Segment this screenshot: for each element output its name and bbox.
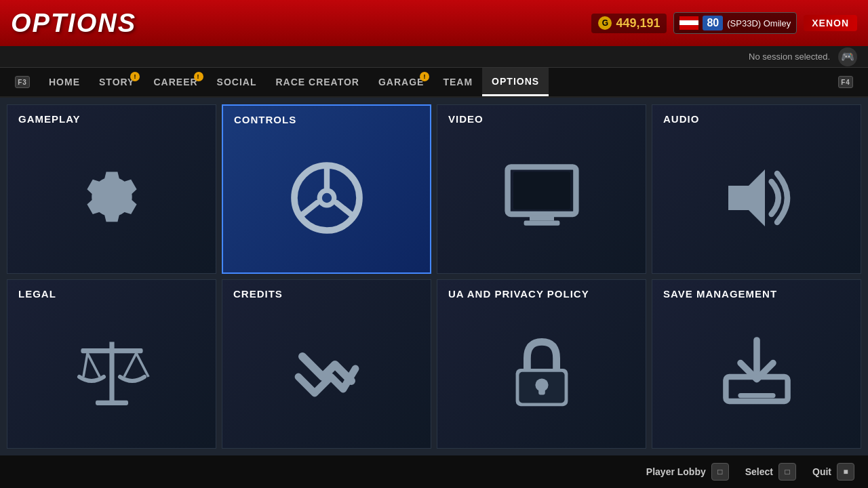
nav-label-garage: GARAGE — [378, 77, 424, 87]
quit-key: ■ — [837, 463, 854, 481]
tile-video-icon-area — [448, 130, 635, 265]
bottom-bar: Player Lobby □ Select □ Quit ■ — [0, 455, 868, 488]
gear-icon — [71, 157, 153, 239]
tile-gameplay-title: GAMEPLAY — [18, 113, 81, 125]
top-bar: OPTIONS G 449,191 80 (SP33D) Omiley XENO… — [0, 0, 868, 46]
sidebar-item-team[interactable]: TEAM — [433, 68, 482, 96]
svg-marker-14 — [728, 169, 765, 226]
player-lobby-key: □ — [711, 463, 729, 481]
player-flag — [679, 16, 698, 30]
handshake-icon — [286, 332, 368, 413]
tile-video-title: VIDEO — [448, 113, 484, 125]
select-label: Select — [745, 466, 773, 477]
sidebar-item-garage[interactable]: GARAGE ! — [369, 68, 433, 96]
scales-icon — [71, 332, 153, 413]
player-lobby-label: Player Lobby — [646, 466, 706, 477]
svg-rect-16 — [96, 400, 128, 405]
tile-video[interactable]: VIDEO — [437, 104, 646, 274]
svg-line-18 — [83, 353, 87, 377]
nav-label-home: HOME — [49, 77, 80, 87]
tile-ua-privacy-title: UA AND PRIVACY POLICY — [448, 288, 589, 300]
tile-gameplay[interactable]: GAMEPLAY — [7, 104, 216, 274]
currency-icon: G — [598, 16, 612, 30]
nav-label-team: TEAM — [443, 77, 473, 87]
tile-credits-icon-area — [233, 305, 420, 440]
svg-line-21 — [136, 353, 149, 377]
tile-legal-title: LEGAL — [18, 288, 56, 300]
svg-rect-1 — [679, 16, 698, 21]
tile-ua-privacy-icon-area — [448, 305, 635, 440]
options-grid: GAMEPLAY CONTROLS VIDEO — [0, 98, 868, 455]
svg-rect-12 — [530, 216, 554, 220]
nav-label-social: SOCIAL — [217, 77, 257, 87]
sidebar-item-options[interactable]: OPTIONS — [482, 68, 549, 96]
f3-badge: F3 — [15, 76, 30, 88]
tile-controls-title: CONTROLS — [234, 114, 296, 125]
session-text: No session selected. — [11, 52, 838, 62]
tile-ua-privacy[interactable]: UA AND PRIVACY POLICY — [437, 279, 646, 449]
xenon-badge: XENON — [804, 15, 857, 31]
top-right-area: G 449,191 80 (SP33D) Omiley XENON — [591, 0, 857, 46]
svg-rect-2 — [679, 20, 698, 26]
svg-line-9 — [336, 203, 353, 216]
nav-f3-key[interactable]: F3 — [5, 68, 39, 96]
lock-icon — [501, 332, 583, 413]
player-lobby-action[interactable]: Player Lobby □ — [646, 463, 729, 481]
career-badge: ! — [194, 72, 203, 81]
svg-point-6 — [321, 192, 331, 202]
monitor-icon — [501, 157, 583, 239]
svg-rect-11 — [513, 171, 570, 209]
tile-save-management[interactable]: SAVE MANAGEMENT — [652, 279, 861, 449]
nav-label-career: CAREER — [153, 77, 197, 87]
nav-label-race-creator: RACE CREATOR — [275, 77, 359, 87]
select-action[interactable]: Select □ — [745, 463, 796, 481]
sidebar-item-race-creator[interactable]: RACE CREATOR — [266, 68, 369, 96]
garage-badge: ! — [420, 72, 429, 81]
session-icon[interactable]: 🎮 — [838, 47, 857, 66]
svg-rect-3 — [679, 25, 698, 30]
session-bar: No session selected. 🎮 — [0, 46, 868, 68]
tile-legal[interactable]: LEGAL — [7, 279, 216, 449]
tile-controls-icon-area — [234, 131, 419, 264]
speaker-icon — [716, 157, 797, 239]
tile-audio-icon-area — [663, 130, 850, 265]
nav-bar: F3 HOME STORY ! CAREER ! SOCIAL RACE CRE… — [0, 68, 868, 98]
svg-line-8 — [300, 203, 317, 216]
tile-save-management-title: SAVE MANAGEMENT — [663, 288, 777, 300]
quit-label: Quit — [812, 466, 831, 477]
story-badge: ! — [130, 72, 140, 81]
tile-credits-title: CREDITS — [233, 288, 283, 300]
sidebar-item-social[interactable]: SOCIAL — [208, 68, 267, 96]
svg-line-20 — [124, 353, 136, 377]
nav-label-story: STORY — [99, 77, 134, 87]
tile-legal-icon-area — [18, 305, 205, 440]
wheel-icon — [286, 157, 368, 239]
game-title: OPTIONS — [11, 9, 136, 38]
svg-line-19 — [87, 353, 100, 377]
f4-badge: F4 — [838, 76, 853, 88]
tile-credits[interactable]: CREDITS — [222, 279, 431, 449]
nav-f4-key[interactable]: F4 — [829, 68, 863, 96]
tile-audio[interactable]: AUDIO — [652, 104, 861, 274]
tile-audio-title: AUDIO — [663, 113, 699, 125]
tile-gameplay-icon-area — [18, 130, 205, 265]
currency-amount: 449,191 — [616, 16, 660, 30]
download-icon — [716, 332, 797, 413]
nav-label-options: OPTIONS — [492, 76, 539, 87]
sidebar-item-home[interactable]: HOME — [39, 68, 90, 96]
svg-rect-13 — [524, 220, 559, 225]
currency-badge: G 449,191 — [591, 14, 667, 33]
svg-rect-25 — [538, 385, 545, 394]
sidebar-item-career[interactable]: CAREER ! — [144, 68, 207, 96]
player-badge: 80 (SP33D) Omiley — [673, 12, 797, 34]
tile-controls[interactable]: CONTROLS — [222, 104, 431, 274]
player-name: (SP33D) Omiley — [727, 18, 791, 28]
select-key: □ — [778, 463, 796, 481]
quit-action[interactable]: Quit ■ — [812, 463, 854, 481]
sidebar-item-story[interactable]: STORY ! — [90, 68, 144, 96]
tile-save-management-icon-area — [663, 305, 850, 440]
svg-rect-17 — [81, 348, 142, 353]
player-level: 80 — [703, 16, 723, 30]
